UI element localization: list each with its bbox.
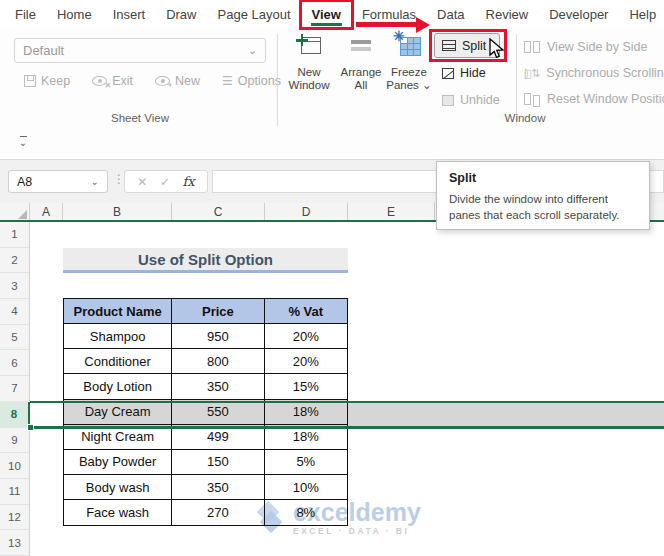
row-header-6[interactable]: 6	[0, 350, 30, 376]
row-header-4[interactable]: 4	[0, 299, 30, 325]
row-header-5[interactable]: 5	[0, 325, 30, 351]
row-header-12[interactable]: 12	[0, 505, 30, 531]
insert-function-icon[interactable]: fx	[183, 174, 195, 189]
sheet-view-dropdown[interactable]: Default ⌄	[14, 38, 266, 63]
unhide-label: Unhide	[460, 93, 500, 107]
row-header-10[interactable]: 10	[0, 453, 30, 479]
cell[interactable]: Body Lotion	[64, 374, 172, 398]
cell[interactable]: 15%	[265, 374, 347, 398]
freeze-panes-button[interactable]: ✳ FreezePanes ⌄	[384, 34, 434, 92]
menu-tab-review[interactable]: Review	[477, 2, 538, 27]
cell[interactable]: 800	[172, 349, 264, 373]
cell[interactable]: Body wash	[64, 475, 172, 499]
split-icon	[442, 40, 456, 51]
cell[interactable]: Day Cream	[64, 400, 172, 424]
column-header-D[interactable]: D	[265, 203, 348, 221]
new-window-button[interactable]: NewWindow	[284, 34, 334, 92]
menu-tab-view[interactable]: View	[303, 2, 350, 27]
cell[interactable]: Shampoo	[64, 324, 172, 348]
cell[interactable]: 950	[172, 324, 264, 348]
table-row[interactable]: Conditioner80020%	[64, 349, 347, 374]
arrange-all-button[interactable]: ArrangeAll	[336, 34, 386, 92]
cell[interactable]: 8%	[265, 500, 347, 525]
column-header-A[interactable]: A	[30, 203, 63, 221]
row-header-3[interactable]: 3	[0, 273, 30, 299]
cell[interactable]: 20%	[265, 349, 347, 373]
new-sheet-view-button[interactable]: ＋ New	[155, 74, 200, 88]
table-row[interactable]: Body Lotion35015%	[64, 374, 347, 399]
table-row[interactable]: Baby Powder1505%	[64, 450, 347, 475]
cell[interactable]: 270	[172, 500, 264, 525]
mouse-cursor-icon	[488, 38, 505, 59]
selection-fill-handle[interactable]	[27, 424, 34, 431]
menu-tab-formulas[interactable]: Formulas	[353, 2, 425, 27]
menu-tab-home[interactable]: Home	[48, 2, 101, 27]
split-tooltip: Split Divide the window into different p…	[436, 161, 650, 230]
column-header-C[interactable]: C	[172, 203, 265, 221]
cell[interactable]: Face wash	[64, 500, 172, 525]
menu-tab-insert[interactable]: Insert	[104, 2, 155, 27]
name-box[interactable]: A8 ⌄	[8, 170, 108, 193]
new-window-icon	[296, 34, 322, 58]
tooltip-title: Split	[449, 171, 637, 185]
cell[interactable]: 20%	[265, 324, 347, 348]
menu-tab-developer[interactable]: Developer	[540, 2, 617, 27]
options-button[interactable]: ☰ Options	[222, 74, 281, 88]
unhide-button[interactable]: Unhide	[434, 88, 500, 112]
sheet-title-cell[interactable]: Use of Split Option	[63, 248, 348, 274]
cell[interactable]: 350	[172, 475, 264, 499]
menu-tab-draw[interactable]: Draw	[157, 2, 205, 27]
keep-button[interactable]: Keep	[24, 74, 70, 88]
sheet-view-group-label: Sheet View	[14, 112, 266, 124]
row-header-2[interactable]: 2	[0, 248, 30, 274]
table-header-row[interactable]: Product NamePrice% Vat	[64, 299, 347, 324]
hide-button[interactable]: Hide	[434, 61, 500, 85]
cell[interactable]: 150	[172, 450, 264, 474]
table-row[interactable]: Body wash35010%	[64, 475, 347, 500]
menu-tab-data[interactable]: Data	[428, 2, 473, 27]
menu-tab-file[interactable]: File	[6, 2, 45, 27]
reset-window-position-button[interactable]: Reset Window Position	[524, 88, 664, 110]
keep-label: Keep	[41, 74, 70, 88]
select-all-corner[interactable]	[0, 203, 30, 221]
split-label: Split	[462, 39, 486, 53]
row-header-9[interactable]: 9	[0, 428, 30, 454]
cell[interactable]: Product Name	[64, 299, 172, 323]
column-header-E[interactable]: E	[348, 203, 435, 221]
table-row[interactable]: Shampoo95020%	[64, 324, 347, 349]
collapse-ribbon-icon[interactable]: ⌄	[16, 136, 30, 148]
menu-tab-page-layout[interactable]: Page Layout	[209, 2, 300, 27]
synchronous-scrolling-label: Synchronous Scrolling	[546, 66, 664, 80]
list-options-icon: ☰	[222, 75, 233, 87]
exit-button[interactable]: ✕ Exit	[92, 74, 133, 88]
row-header-11[interactable]: 11	[0, 479, 30, 505]
view-side-by-side-label: View Side by Side	[547, 40, 648, 54]
cell[interactable]: Baby Powder	[64, 450, 172, 474]
table-row[interactable]: Day Cream55018%	[64, 400, 347, 425]
menu-tab-help[interactable]: Help	[620, 2, 664, 27]
cell[interactable]: % Vat	[265, 299, 347, 323]
freeze-panes-icon: ✳	[396, 34, 422, 58]
window-group-label: Window	[440, 112, 610, 124]
view-side-by-side-button[interactable]: View Side by Side	[524, 36, 664, 58]
cell[interactable]: 350	[172, 374, 264, 398]
ribbon: Default ⌄ Keep ✕ Exit ＋ New ☰ Options Sh…	[0, 28, 664, 160]
selection-border-bottom	[30, 426, 664, 429]
row-header-1[interactable]: 1	[0, 222, 30, 248]
cancel-icon[interactable]: ✕	[137, 175, 147, 189]
row-header-7[interactable]: 7	[0, 376, 30, 402]
row-header-8[interactable]: 8	[0, 402, 30, 428]
cell[interactable]: 18%	[265, 400, 347, 424]
name-box-value: A8	[17, 175, 32, 189]
table-row[interactable]: Face wash2708%	[64, 500, 347, 525]
enter-icon[interactable]: ✓	[160, 175, 170, 189]
column-header-B[interactable]: B	[63, 203, 172, 221]
cell[interactable]: 10%	[265, 475, 347, 499]
cell[interactable]: 550	[172, 400, 264, 424]
cell[interactable]: Conditioner	[64, 349, 172, 373]
synchronous-scrolling-button[interactable]: [▯⇅ Synchronous Scrolling	[524, 62, 664, 84]
formula-buttons: ✕ ✓ fx	[124, 170, 208, 193]
row-header-13[interactable]: 13	[0, 530, 30, 556]
cell[interactable]: Price	[172, 299, 264, 323]
cell[interactable]: 5%	[265, 450, 347, 474]
